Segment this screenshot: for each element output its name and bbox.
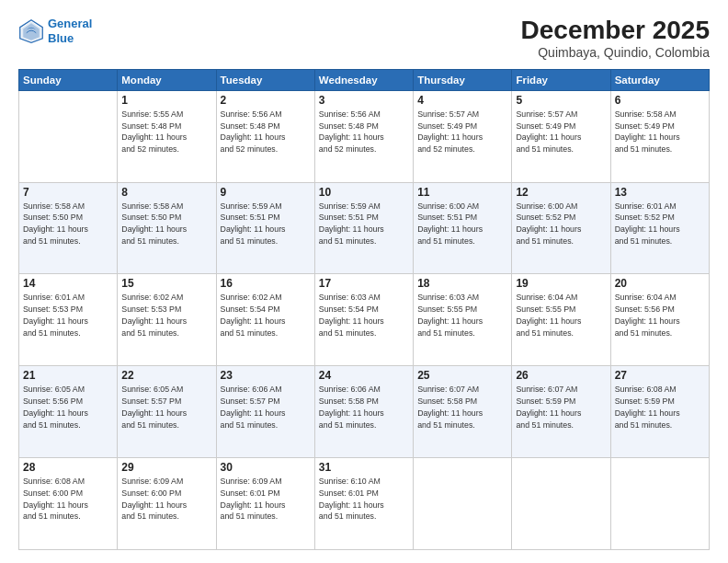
cell-info: Sunrise: 6:01 AMSunset: 5:53 PMDaylight:… [23, 292, 113, 339]
day-number: 30 [221, 461, 311, 474]
page: General Blue December 2025 Quimbaya, Qui… [0, 0, 728, 563]
day-number: 22 [121, 369, 211, 382]
location-subtitle: Quimbaya, Quindio, Colombia [521, 45, 710, 60]
col-tuesday: Tuesday [216, 69, 314, 90]
logo: General Blue [18, 17, 92, 45]
cell-info: Sunrise: 6:02 AMSunset: 5:53 PMDaylight:… [121, 292, 211, 339]
day-number: 23 [221, 369, 311, 382]
calendar-header-row: Sunday Monday Tuesday Wednesday Thursday… [19, 69, 710, 90]
day-number: 26 [516, 369, 606, 382]
cell-info: Sunrise: 6:04 AMSunset: 5:55 PMDaylight:… [516, 292, 606, 339]
col-saturday: Saturday [610, 69, 709, 90]
table-cell: 21Sunrise: 6:05 AMSunset: 5:56 PMDayligh… [19, 366, 118, 458]
cell-info: Sunrise: 5:58 AMSunset: 5:50 PMDaylight:… [121, 201, 211, 247]
cell-info: Sunrise: 5:55 AMSunset: 5:48 PMDaylight:… [121, 109, 211, 155]
cell-info: Sunrise: 6:00 AMSunset: 5:52 PMDaylight:… [516, 201, 606, 247]
day-number: 4 [417, 94, 507, 107]
table-cell: 1Sunrise: 5:55 AMSunset: 5:48 PMDaylight… [118, 90, 216, 182]
cell-info: Sunrise: 5:56 AMSunset: 5:48 PMDaylight:… [319, 109, 409, 155]
day-number: 25 [417, 369, 507, 382]
calendar-week-row: 7Sunrise: 5:58 AMSunset: 5:50 PMDaylight… [19, 182, 710, 274]
day-number: 10 [319, 186, 409, 199]
cell-info: Sunrise: 6:08 AMSunset: 6:00 PMDaylight:… [23, 476, 113, 523]
table-cell: 26Sunrise: 6:07 AMSunset: 5:59 PMDayligh… [512, 366, 610, 458]
logo-icon [18, 18, 44, 44]
cell-info: Sunrise: 6:08 AMSunset: 5:59 PMDaylight:… [615, 384, 705, 431]
day-number: 15 [121, 277, 211, 290]
table-cell: 18Sunrise: 6:03 AMSunset: 5:55 PMDayligh… [414, 274, 512, 366]
day-number: 11 [417, 186, 507, 199]
cell-info: Sunrise: 6:09 AMSunset: 6:01 PMDaylight:… [221, 476, 311, 523]
cell-info: Sunrise: 6:06 AMSunset: 5:58 PMDaylight:… [319, 384, 409, 431]
cell-info: Sunrise: 5:59 AMSunset: 5:51 PMDaylight:… [221, 201, 311, 247]
cell-info: Sunrise: 6:00 AMSunset: 5:51 PMDaylight:… [417, 201, 507, 247]
day-number: 2 [221, 94, 311, 107]
day-number: 31 [319, 461, 409, 474]
table-cell: 23Sunrise: 6:06 AMSunset: 5:57 PMDayligh… [216, 366, 314, 458]
day-number: 14 [23, 277, 113, 290]
cell-info: Sunrise: 6:09 AMSunset: 6:00 PMDaylight:… [121, 476, 211, 523]
logo-text: General Blue [48, 17, 92, 45]
table-cell: 2Sunrise: 5:56 AMSunset: 5:48 PMDaylight… [216, 90, 314, 182]
cell-info: Sunrise: 6:05 AMSunset: 5:57 PMDaylight:… [121, 384, 211, 431]
cell-info: Sunrise: 5:57 AMSunset: 5:49 PMDaylight:… [516, 109, 606, 155]
cell-info: Sunrise: 5:56 AMSunset: 5:48 PMDaylight:… [221, 109, 311, 155]
day-number: 18 [417, 277, 507, 290]
table-cell [19, 90, 118, 182]
cell-info: Sunrise: 5:58 AMSunset: 5:50 PMDaylight:… [23, 201, 113, 247]
col-monday: Monday [118, 69, 216, 90]
day-number: 29 [121, 461, 211, 474]
table-cell: 7Sunrise: 5:58 AMSunset: 5:50 PMDaylight… [19, 182, 118, 274]
col-thursday: Thursday [414, 69, 512, 90]
table-cell: 13Sunrise: 6:01 AMSunset: 5:52 PMDayligh… [610, 182, 709, 274]
table-cell: 15Sunrise: 6:02 AMSunset: 5:53 PMDayligh… [118, 274, 216, 366]
month-title: December 2025 [521, 17, 710, 45]
col-friday: Friday [512, 69, 610, 90]
table-cell: 19Sunrise: 6:04 AMSunset: 5:55 PMDayligh… [512, 274, 610, 366]
day-number: 16 [221, 277, 311, 290]
calendar-week-row: 14Sunrise: 6:01 AMSunset: 5:53 PMDayligh… [19, 274, 710, 366]
table-cell: 10Sunrise: 5:59 AMSunset: 5:51 PMDayligh… [314, 182, 413, 274]
day-number: 5 [516, 94, 606, 107]
header: General Blue December 2025 Quimbaya, Qui… [18, 17, 710, 60]
col-sunday: Sunday [19, 69, 118, 90]
table-cell [414, 458, 512, 550]
table-cell: 25Sunrise: 6:07 AMSunset: 5:58 PMDayligh… [414, 366, 512, 458]
day-number: 19 [516, 277, 606, 290]
day-number: 7 [23, 186, 113, 199]
day-number: 20 [615, 277, 705, 290]
cell-info: Sunrise: 6:01 AMSunset: 5:52 PMDaylight:… [615, 201, 705, 247]
cell-info: Sunrise: 6:03 AMSunset: 5:54 PMDaylight:… [319, 292, 409, 339]
table-cell: 17Sunrise: 6:03 AMSunset: 5:54 PMDayligh… [314, 274, 413, 366]
cell-info: Sunrise: 6:06 AMSunset: 5:57 PMDaylight:… [221, 384, 311, 431]
cell-info: Sunrise: 6:05 AMSunset: 5:56 PMDaylight:… [23, 384, 113, 431]
day-number: 3 [319, 94, 409, 107]
table-cell: 6Sunrise: 5:58 AMSunset: 5:49 PMDaylight… [610, 90, 709, 182]
day-number: 6 [615, 94, 705, 107]
cell-info: Sunrise: 6:03 AMSunset: 5:55 PMDaylight:… [417, 292, 507, 339]
table-cell: 8Sunrise: 5:58 AMSunset: 5:50 PMDaylight… [118, 182, 216, 274]
table-cell: 22Sunrise: 6:05 AMSunset: 5:57 PMDayligh… [118, 366, 216, 458]
table-cell: 24Sunrise: 6:06 AMSunset: 5:58 PMDayligh… [314, 366, 413, 458]
day-number: 9 [221, 186, 311, 199]
cell-info: Sunrise: 5:57 AMSunset: 5:49 PMDaylight:… [417, 109, 507, 155]
calendar-week-row: 1Sunrise: 5:55 AMSunset: 5:48 PMDaylight… [19, 90, 710, 182]
cell-info: Sunrise: 6:07 AMSunset: 5:58 PMDaylight:… [417, 384, 507, 431]
day-number: 1 [121, 94, 211, 107]
table-cell: 27Sunrise: 6:08 AMSunset: 5:59 PMDayligh… [610, 366, 709, 458]
day-number: 21 [23, 369, 113, 382]
table-cell: 20Sunrise: 6:04 AMSunset: 5:56 PMDayligh… [610, 274, 709, 366]
day-number: 13 [615, 186, 705, 199]
table-cell: 5Sunrise: 5:57 AMSunset: 5:49 PMDaylight… [512, 90, 610, 182]
day-number: 28 [23, 461, 113, 474]
table-cell [512, 458, 610, 550]
cell-info: Sunrise: 6:04 AMSunset: 5:56 PMDaylight:… [615, 292, 705, 339]
table-cell: 29Sunrise: 6:09 AMSunset: 6:00 PMDayligh… [118, 458, 216, 550]
cell-info: Sunrise: 5:59 AMSunset: 5:51 PMDaylight:… [319, 201, 409, 247]
table-cell [610, 458, 709, 550]
cell-info: Sunrise: 5:58 AMSunset: 5:49 PMDaylight:… [615, 109, 705, 155]
table-cell: 9Sunrise: 5:59 AMSunset: 5:51 PMDaylight… [216, 182, 314, 274]
table-cell: 30Sunrise: 6:09 AMSunset: 6:01 PMDayligh… [216, 458, 314, 550]
col-wednesday: Wednesday [314, 69, 413, 90]
calendar-week-row: 28Sunrise: 6:08 AMSunset: 6:00 PMDayligh… [19, 458, 710, 550]
